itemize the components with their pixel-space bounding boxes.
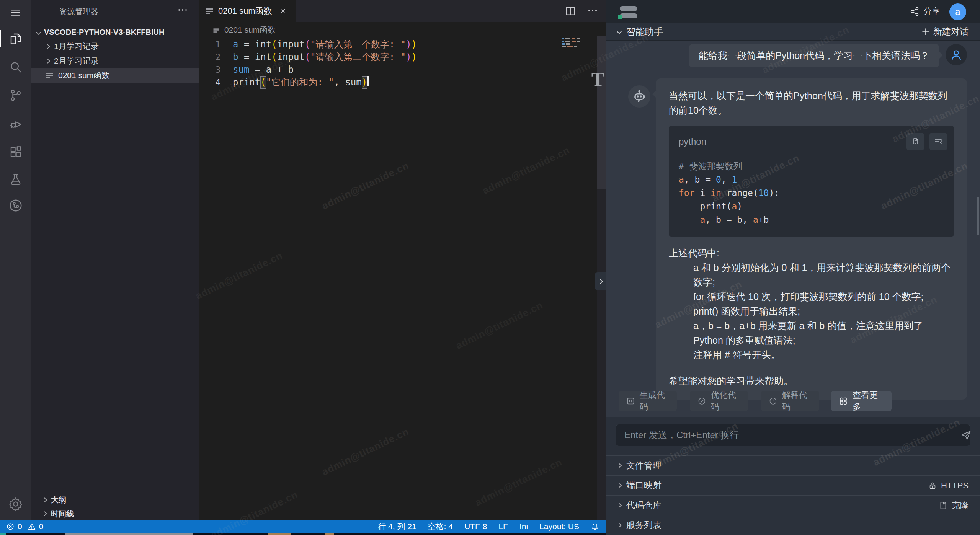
user-message-row: 能给我一段简单的Python代码，学习一下相关语法吗？ — [689, 44, 967, 67]
quick-actions: 生成代码 优化代码 解释代码 查看更多 — [606, 391, 980, 413]
assistant-header[interactable]: 智能助手 新建对话 — [606, 23, 980, 41]
timeline-section[interactable]: 时间线 — [31, 507, 199, 520]
file-icon — [214, 27, 220, 33]
cursor-position[interactable]: 行 4, 列 21 — [378, 521, 416, 532]
test-beaker-icon[interactable] — [0, 168, 31, 191]
explanation-item: print() 函数用于输出结果; — [693, 304, 954, 318]
close-icon[interactable] — [279, 7, 287, 15]
breadcrumb-item: 0201 sum函数 — [224, 24, 276, 35]
source-control-icon[interactable] — [0, 84, 31, 106]
copy-code-button[interactable] — [906, 133, 924, 150]
code-line: a, b = 0, 1 — [679, 173, 944, 186]
insert-code-button[interactable] — [929, 133, 947, 150]
panel-expand-button[interactable] — [595, 272, 606, 290]
chat-input-area — [606, 417, 980, 455]
errors-icon — [6, 522, 15, 531]
copy-icon — [911, 137, 920, 146]
eol-sequence[interactable]: LF — [498, 522, 508, 531]
avatar[interactable]: a — [949, 3, 966, 20]
editor-scrollbar-thumb[interactable] — [597, 36, 606, 189]
explanation-item: a 和 b 分别初始化为 0 和 1，用来计算斐波那契数列的前两个数字; — [693, 260, 954, 289]
chevron-right-icon — [45, 59, 50, 64]
explanation-item: for 循环迭代 10 次，打印斐波那契数列的前 10 个数字; — [693, 289, 954, 304]
run-debug-icon[interactable] — [0, 113, 31, 135]
code-line: # 斐波那契数列 — [679, 160, 944, 173]
breadcrumb[interactable]: 0201 sum函数 — [199, 22, 606, 38]
sidebar-item-explorer[interactable] — [0, 28, 31, 50]
see-more-button[interactable]: 查看更多 — [831, 391, 892, 411]
remote-circle-icon[interactable] — [0, 194, 31, 217]
warnings-icon — [28, 522, 36, 531]
code-line: 2b = int(input("请输入第二个数字: ")) — [199, 51, 596, 64]
tree-item-folder[interactable]: 1月学习记录 — [31, 39, 199, 54]
editor-tab-bar: 0201 sum函数 — [199, 0, 606, 22]
problems-status[interactable]: 0 0 — [6, 522, 43, 531]
tree-item-file-selected[interactable]: 0201 sum函数 — [31, 68, 199, 83]
insert-icon — [934, 137, 943, 146]
code-line: print(a) — [679, 200, 944, 213]
share-label: 分享 — [923, 6, 940, 17]
assistant-title: 智能助手 — [626, 26, 663, 38]
closing-text: 希望能对您的学习带来帮助。 — [669, 374, 954, 388]
generate-code-button[interactable]: 生成代码 — [619, 391, 677, 411]
check-circle-icon — [697, 396, 706, 406]
https-badge[interactable]: HTTPS — [928, 481, 969, 491]
code-line: 4print("它们的和为: ", sum) — [199, 76, 596, 89]
language-mode[interactable]: Ini — [519, 522, 528, 531]
section-code-repo[interactable]: 代码仓库 克隆 — [606, 495, 980, 515]
bell-icon[interactable] — [591, 522, 599, 531]
chat-input[interactable] — [616, 424, 970, 446]
tree-root-label: VSCODE-PYTHON-V3-BKFFBIUH — [44, 28, 164, 37]
settings-gear-icon[interactable] — [0, 493, 31, 515]
user-avatar-icon — [946, 44, 967, 65]
grid-icon — [839, 396, 848, 406]
explanation-item: 注释用 # 符号开头。 — [693, 347, 954, 362]
indentation[interactable]: 空格: 4 — [428, 521, 453, 532]
section-service-list[interactable]: 服务列表 — [606, 515, 980, 535]
app-window: 资源管理器 VSCODE-PYTHON-V3-BKFFBIUH 1月学习记录 2… — [0, 0, 980, 535]
send-icon[interactable] — [960, 429, 972, 441]
code-line: for i in range(10): — [679, 186, 944, 200]
tree-item-folder[interactable]: 2月学习记录 — [31, 54, 199, 68]
workspace-sections: 文件管理 端口映射 HTTPS 代码仓库 克隆 服务列表 — [606, 455, 980, 535]
minimap[interactable] — [562, 38, 584, 49]
outline-label: 大纲 — [51, 495, 66, 505]
optimize-code-button[interactable]: 优化代码 — [690, 391, 748, 411]
extensions-icon[interactable] — [0, 141, 31, 163]
chevron-down-icon — [617, 29, 622, 34]
section-file-management[interactable]: 文件管理 — [606, 455, 980, 475]
explanation-intro: 上述代码中: — [669, 246, 954, 260]
share-button[interactable]: 分享 — [910, 0, 940, 23]
search-icon[interactable] — [0, 56, 31, 78]
warnings-count: 0 — [39, 522, 44, 531]
editor-tab[interactable]: 0201 sum函数 — [199, 0, 296, 22]
split-editor-icon[interactable] — [565, 5, 576, 17]
encoding[interactable]: UTF-8 — [464, 522, 487, 531]
timeline-label: 时间线 — [51, 509, 74, 519]
share-icon — [910, 7, 920, 16]
chat-code-block: python # 斐波那契数列a, b = 0, 1for i in rang — [669, 126, 954, 237]
code-line: 3sum = a + b — [199, 64, 596, 76]
workspace-menu-icon[interactable] — [620, 6, 639, 18]
menu-icon[interactable] — [0, 2, 31, 24]
editor-more-actions-icon[interactable] — [588, 10, 597, 11]
watermark-letter: T — [589, 68, 607, 91]
assistant-message-row: 当然可以，以下是一个简单的Python代码，用于求解斐波那契数列的前10个数。 … — [628, 78, 967, 400]
code-editor[interactable]: 1a = int(input("请输入第一个数字: "))2b = int(in… — [199, 38, 596, 89]
tree-root-folder[interactable]: VSCODE-PYTHON-V3-BKFFBIUH — [31, 25, 199, 39]
clone-button[interactable]: 克隆 — [939, 500, 969, 511]
explain-code-button[interactable]: 解释代码 — [761, 391, 819, 411]
explorer-header: 资源管理器 — [31, 0, 199, 23]
user-message: 能给我一段简单的Python代码，学习一下相关语法吗？ — [689, 44, 939, 67]
chat-scrollbar-thumb[interactable] — [977, 197, 979, 235]
keyboard-layout[interactable]: Layout: US — [539, 522, 579, 531]
editor-group: 0201 sum函数 0201 sum函数 1a = int(input("请输… — [199, 0, 606, 520]
code-line: 1a = int(input("请输入第一个数字: ")) — [199, 38, 596, 51]
new-chat-button[interactable]: 新建对话 — [921, 26, 969, 38]
chevron-right-icon — [42, 511, 47, 516]
section-port-mapping[interactable]: 端口映射 HTTPS — [606, 475, 980, 495]
outline-section[interactable]: 大纲 — [31, 493, 199, 507]
explorer-more-actions-icon[interactable] — [178, 9, 187, 11]
explorer-title: 资源管理器 — [59, 7, 99, 17]
activity-bar — [0, 0, 31, 520]
